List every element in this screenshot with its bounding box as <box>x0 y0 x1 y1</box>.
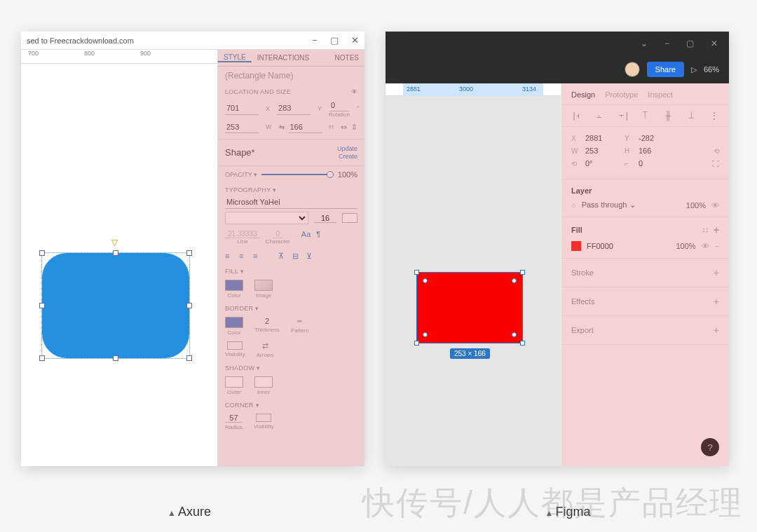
resize-handle[interactable] <box>113 250 118 256</box>
font-family-select[interactable] <box>225 196 357 209</box>
share-button[interactable]: Share <box>647 62 684 77</box>
fill-label[interactable]: FILL ▾ <box>225 268 244 275</box>
tab-design[interactable]: Design <box>571 90 595 99</box>
rotation-input[interactable]: 0° <box>585 159 619 168</box>
resize-handle[interactable] <box>39 355 45 361</box>
tab-interactions[interactable]: INTERACTIONS <box>252 54 315 62</box>
add-effect-button[interactable]: + <box>714 296 719 307</box>
font-style-select[interactable] <box>225 212 308 224</box>
fill-color-swatch[interactable] <box>571 241 581 251</box>
close-icon[interactable]: ✕ <box>707 39 722 48</box>
shape-style-name[interactable]: Shape* <box>225 147 255 158</box>
font-color-swatch[interactable] <box>342 213 357 223</box>
stroke-section[interactable]: Stroke <box>571 268 594 277</box>
style-icon[interactable]: ∷ <box>703 226 708 235</box>
fill-hex-input[interactable]: FF0000 <box>587 242 662 250</box>
corner-radius-handle[interactable] <box>423 332 428 337</box>
create-style-link[interactable]: Create <box>337 153 357 160</box>
flip-h-icon[interactable]: ⇔ <box>341 123 347 132</box>
border-pattern-icon[interactable]: ┅ <box>297 317 302 326</box>
tab-notes[interactable]: NOTES <box>329 54 364 62</box>
effects-section[interactable]: Effects <box>571 297 594 306</box>
maximize-icon[interactable]: ▢ <box>682 39 698 48</box>
visibility-icon[interactable]: 👁 <box>351 88 357 95</box>
resize-handle[interactable] <box>520 270 525 275</box>
help-button[interactable]: ? <box>701 438 719 456</box>
resize-handle[interactable] <box>39 303 45 308</box>
border-thickness-value[interactable]: 2 <box>265 317 269 325</box>
align-left-icon[interactable]: ≡ <box>225 252 235 260</box>
resize-handle[interactable] <box>520 341 525 346</box>
x-input[interactable]: 2881 <box>585 134 619 142</box>
blend-mode-icon[interactable]: ○ <box>571 201 576 210</box>
lock-aspect-icon[interactable]: ⇆ <box>279 123 285 131</box>
align-vcenter-icon[interactable]: ╫ <box>663 111 673 121</box>
minimize-icon[interactable]: − <box>312 35 318 46</box>
border-arrows-icon[interactable]: ⇄ <box>262 341 268 350</box>
border-visibility-icon[interactable] <box>227 341 243 350</box>
avatar[interactable] <box>625 62 640 77</box>
minimize-icon[interactable]: − <box>660 39 674 48</box>
corner-radius-input[interactable]: 0 <box>639 159 672 168</box>
zoom-level[interactable]: 66% <box>704 65 719 74</box>
close-icon[interactable]: ✕ <box>351 35 359 46</box>
width-input[interactable] <box>225 121 259 133</box>
constrain-proportions-icon[interactable]: ⟲ <box>714 147 719 155</box>
y-input[interactable] <box>277 102 311 115</box>
blend-mode-select[interactable]: Pass through ⌄ <box>582 200 672 210</box>
rotation-input[interactable] <box>329 99 349 111</box>
opacity-slider[interactable] <box>261 174 334 175</box>
rotate-handle-icon[interactable]: ▽ <box>111 238 120 246</box>
valign-bottom-icon[interactable]: ⊻ <box>306 252 316 260</box>
independent-corners-icon[interactable]: ⛶ <box>712 160 719 168</box>
align-hcenter-icon[interactable]: ⫠ <box>594 111 604 121</box>
resize-handle[interactable] <box>186 303 192 308</box>
corner-radius-handle[interactable] <box>512 332 517 337</box>
add-export-button[interactable]: + <box>714 325 719 336</box>
font-size-input[interactable] <box>314 214 336 223</box>
add-stroke-button[interactable]: + <box>714 267 719 278</box>
align-top-icon[interactable]: ⟙ <box>640 111 650 121</box>
export-section[interactable]: Export <box>571 326 594 334</box>
remove-fill-button[interactable]: − <box>715 242 719 250</box>
fill-image-swatch[interactable] <box>254 280 273 291</box>
y-input[interactable]: -282 <box>639 134 672 142</box>
shape-name-input[interactable]: (Rectangle Name) <box>218 67 364 85</box>
axure-selected-shape[interactable]: ▽ <box>42 253 189 358</box>
fill-color-swatch[interactable] <box>225 280 243 291</box>
x-input[interactable] <box>225 102 259 115</box>
maximize-icon[interactable]: ▢ <box>330 35 339 46</box>
resize-handle[interactable] <box>186 355 192 361</box>
tab-style[interactable]: STYLE <box>218 53 252 62</box>
height-input[interactable]: 166 <box>639 146 672 155</box>
fill-opacity-input[interactable]: 100% <box>668 242 696 250</box>
resize-handle[interactable] <box>414 270 419 275</box>
corner-radius-handle[interactable] <box>423 278 428 283</box>
axure-canvas[interactable]: 700 800 900 ▽ <box>21 50 217 466</box>
update-style-link[interactable]: Update <box>337 145 357 152</box>
valign-top-icon[interactable]: ⊼ <box>278 252 288 260</box>
height-input[interactable] <box>289 121 322 133</box>
visibility-icon[interactable]: 👁 <box>702 242 709 250</box>
align-center-icon[interactable]: ≡ <box>239 252 249 260</box>
align-left-icon[interactable]: |⫞ <box>571 111 581 121</box>
text-case-icon[interactable]: Aa <box>301 230 311 245</box>
tab-inspect[interactable]: Inspect <box>648 90 672 99</box>
layer-opacity-input[interactable]: 100% <box>678 201 706 210</box>
align-right-icon[interactable]: ⫟| <box>618 111 627 121</box>
distribute-icon[interactable]: ⋮ <box>709 111 719 121</box>
width-input[interactable]: 253 <box>585 146 619 155</box>
valign-middle-icon[interactable]: ⊟ <box>292 252 302 260</box>
resize-handle[interactable] <box>414 341 419 346</box>
tab-prototype[interactable]: Prototype <box>605 90 638 99</box>
corner-visibility-icon[interactable] <box>256 414 271 422</box>
resize-handle[interactable] <box>39 250 45 256</box>
border-label[interactable]: BORDER ▾ <box>225 305 259 312</box>
visibility-icon[interactable]: 👁 <box>711 201 719 210</box>
text-options-icon[interactable]: ¶ <box>316 230 320 245</box>
present-icon[interactable]: ▷ <box>691 65 697 74</box>
typography-label[interactable]: TYPOGRAPHY ▾ <box>225 186 276 193</box>
flip-v-icon[interactable]: ⇕ <box>351 123 357 132</box>
figma-selected-shape[interactable] <box>417 273 522 343</box>
add-fill-button[interactable]: + <box>714 224 719 236</box>
